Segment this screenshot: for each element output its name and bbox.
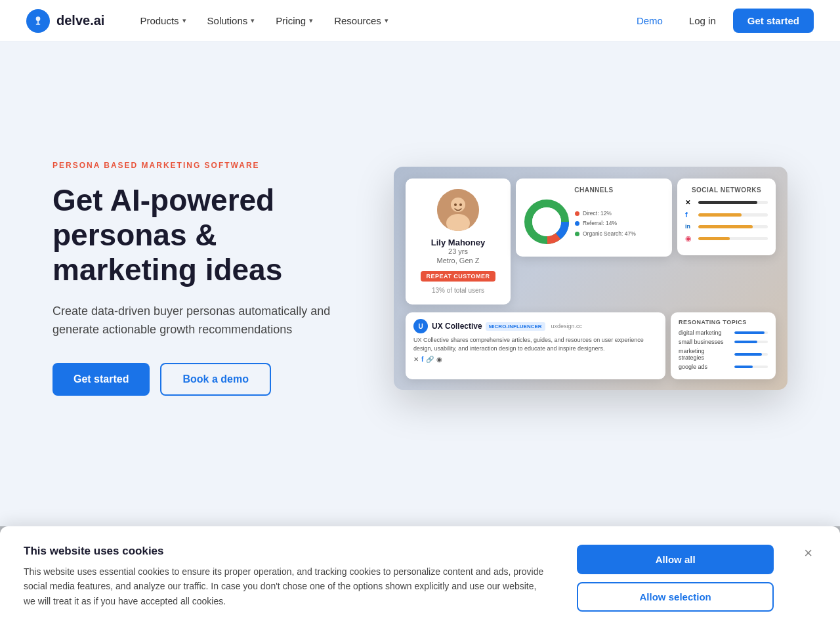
topics-title: Resonating topics <box>679 319 768 326</box>
social-row-x: ✕ <box>685 199 768 206</box>
linkedin-icon: in <box>685 223 694 230</box>
svg-point-4 <box>451 198 465 212</box>
ux-ig-icon: ◉ <box>436 356 442 363</box>
topic-label-1: digital marketing <box>679 329 731 336</box>
login-link[interactable]: Log in <box>680 10 725 32</box>
persona-avatar <box>437 189 479 231</box>
instagram-icon: ◉ <box>685 234 694 243</box>
hero-get-started-button[interactable]: Get started <box>52 363 150 396</box>
facebook-icon: f <box>685 211 694 219</box>
ux-social-icons: ✕ f 🔗 ◉ <box>413 356 658 363</box>
ux-x-icon: ✕ <box>413 356 419 363</box>
nav-get-started-button[interactable]: Get started <box>733 9 814 33</box>
cookie-title: This website uses cookies <box>24 545 551 558</box>
hero-section: PERSONA BASED MARKETING SOFTWARE Get AI-… <box>0 42 840 514</box>
social-row-fb: f <box>685 211 768 219</box>
social-card: Social networks ✕ f in ◉ <box>677 178 776 255</box>
hero-right: Lily Mahoney 23 yrs Metro, Gen Z REPEAT … <box>394 167 788 390</box>
topic-row-2: small businesses <box>679 339 768 345</box>
svg-point-7 <box>459 203 462 206</box>
navbar: delve.ai Products ▾ Solutions ▾ Pricing … <box>0 0 840 42</box>
logo[interactable]: delve.ai <box>26 9 104 33</box>
ux-logo-icon: U <box>413 319 428 333</box>
brand-name: delve.ai <box>56 13 104 28</box>
topic-label-3: marketing strategies <box>679 348 731 361</box>
hero-book-demo-button[interactable]: Book a demo <box>160 363 270 396</box>
social-title: Social networks <box>685 186 768 194</box>
nav-pricing[interactable]: Pricing ▾ <box>266 10 322 32</box>
hero-left: PERSONA BASED MARKETING SOFTWARE Get AI-… <box>52 161 354 396</box>
ux-badge: MICRO-INFLUENCER <box>486 322 545 331</box>
ux-card: U UX Collective MICRO-INFLUENCER uxdesig… <box>406 312 665 379</box>
ux-desc: UX Collective shares comprehensive artic… <box>413 336 658 352</box>
topics-card: Resonating topics digital marketing smal… <box>671 312 776 379</box>
channels-card: Channels Direct: 12% <box>516 178 672 257</box>
channels-chart: Direct: 12% Referral: 14% Organic Search… <box>524 199 664 249</box>
topic-row-3: marketing strategies <box>679 348 768 361</box>
cookie-banner: This website uses cookies This website u… <box>0 526 840 600</box>
cookie-close-button[interactable]: × <box>800 545 816 562</box>
cookie-overlay: This website uses cookies This website u… <box>0 526 840 600</box>
channels-title: Channels <box>524 186 664 194</box>
hero-tag: PERSONA BASED MARKETING SOFTWARE <box>52 161 354 170</box>
nav-links: Products ▾ Solutions ▾ Pricing ▾ Resourc… <box>131 10 627 32</box>
cookie-actions: Allow all Allow selection <box>577 545 774 600</box>
x-icon: ✕ <box>685 199 694 206</box>
cookie-text: This website uses essential cookies to e… <box>24 564 551 600</box>
solutions-chevron-icon: ▾ <box>251 16 255 25</box>
persona-gen: Metro, Gen Z <box>415 257 501 264</box>
channels-labels: Direct: 12% Referral: 14% Organic Search… <box>575 209 636 239</box>
ux-url: uxdesign.cc <box>551 323 583 329</box>
nav-right: Demo Log in Get started <box>627 9 814 33</box>
products-chevron-icon: ▾ <box>182 16 186 25</box>
nav-resources[interactable]: Resources ▾ <box>325 10 398 32</box>
topic-row-1: digital marketing <box>679 329 768 336</box>
ux-link-icon: 🔗 <box>426 356 434 363</box>
svg-point-0 <box>36 16 41 21</box>
allow-all-button[interactable]: Allow all <box>577 545 774 574</box>
mockup-cards-bottom: U UX Collective MICRO-INFLUENCER uxdesig… <box>406 312 776 379</box>
svg-point-6 <box>454 203 457 206</box>
product-mockup: Lily Mahoney 23 yrs Metro, Gen Z REPEAT … <box>394 167 788 390</box>
demo-link[interactable]: Demo <box>627 10 672 32</box>
topic-row-4: google ads <box>679 364 768 370</box>
pricing-chevron-icon: ▾ <box>309 16 313 25</box>
topic-label-4: google ads <box>679 364 731 370</box>
cookie-content: This website uses cookies This website u… <box>24 545 551 600</box>
ux-fb-icon: f <box>421 356 423 363</box>
nav-solutions[interactable]: Solutions ▾ <box>198 10 264 32</box>
topic-label-2: small businesses <box>679 339 731 345</box>
persona-badge: REPEAT CUSTOMER <box>421 271 495 282</box>
svg-rect-2 <box>36 24 41 25</box>
hero-title: Get AI-powered personas & marketing idea… <box>52 183 354 287</box>
svg-point-11 <box>532 207 561 236</box>
nav-products[interactable]: Products ▾ <box>131 10 195 32</box>
hero-buttons: Get started Book a demo <box>52 363 354 396</box>
social-row-li: in <box>685 223 768 230</box>
allow-selection-button[interactable]: Allow selection <box>577 582 774 600</box>
persona-age: 23 yrs <box>415 247 501 255</box>
ux-name: UX Collective <box>432 322 482 331</box>
logo-icon <box>26 9 50 33</box>
persona-pct: 13% of total users <box>415 287 501 294</box>
persona-card: Lily Mahoney 23 yrs Metro, Gen Z REPEAT … <box>406 178 511 304</box>
ux-header: U UX Collective MICRO-INFLUENCER uxdesig… <box>413 319 658 333</box>
persona-name: Lily Mahoney <box>415 238 501 247</box>
resources-chevron-icon: ▾ <box>385 16 388 25</box>
hero-subtitle: Create data-driven buyer personas automa… <box>52 302 354 340</box>
social-row-ig: ◉ <box>685 234 768 243</box>
